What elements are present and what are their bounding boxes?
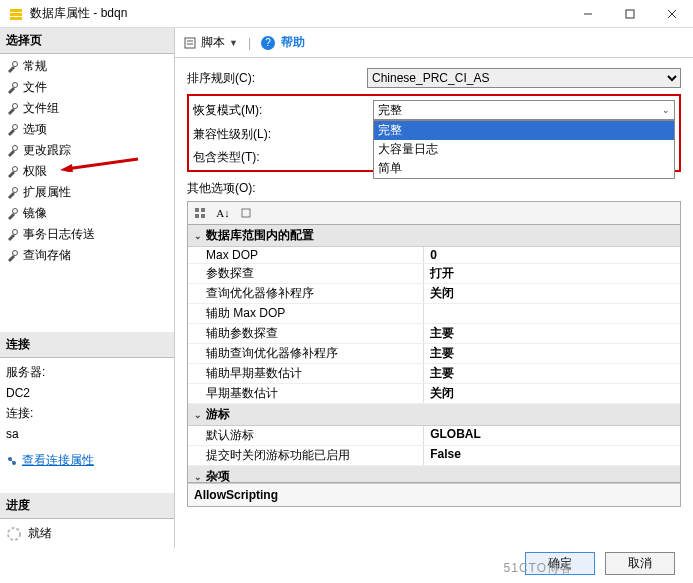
collapse-icon[interactable]: ⌄ bbox=[194, 410, 202, 420]
property-pages-button[interactable] bbox=[236, 204, 256, 222]
sidebar-item-label: 权限 bbox=[23, 163, 47, 180]
sidebar-title-progress: 进度 bbox=[0, 493, 174, 519]
svg-rect-1 bbox=[10, 13, 22, 16]
svg-rect-4 bbox=[626, 10, 634, 18]
recovery-selected: 完整 bbox=[378, 102, 402, 119]
svg-rect-30 bbox=[242, 209, 250, 217]
wrench-icon bbox=[6, 166, 18, 178]
property-row[interactable]: 查询优化器修补程序关闭 bbox=[188, 284, 680, 304]
collapse-icon[interactable]: ⌄ bbox=[194, 231, 202, 241]
sidebar-item[interactable]: 镜像 bbox=[0, 203, 174, 224]
wrench-icon bbox=[6, 103, 18, 115]
property-row[interactable]: 早期基数估计关闭 bbox=[188, 384, 680, 404]
property-key: 查询优化器修补程序 bbox=[188, 284, 424, 303]
progress-status: 就绪 bbox=[0, 519, 174, 548]
sidebar-item-label: 镜像 bbox=[23, 205, 47, 222]
connection-label: 连接: bbox=[6, 403, 168, 423]
sidebar-item[interactable]: 文件组 bbox=[0, 98, 174, 119]
prop-category: ⌄数据库范围内的配置 bbox=[188, 225, 680, 247]
script-button[interactable]: 脚本 bbox=[201, 34, 225, 51]
svg-rect-23 bbox=[185, 38, 195, 48]
minimize-button[interactable] bbox=[567, 1, 609, 27]
property-value: 主要 bbox=[424, 364, 680, 383]
property-key: 辅助参数探查 bbox=[188, 324, 424, 343]
app-icon bbox=[8, 6, 24, 22]
window-title: 数据库属性 - bdqn bbox=[30, 5, 567, 22]
script-dropdown-icon[interactable]: ▼ bbox=[229, 38, 238, 48]
collapse-icon[interactable]: ⌄ bbox=[194, 472, 202, 482]
sidebar-item[interactable]: 更改跟踪 bbox=[0, 140, 174, 161]
help-button[interactable]: 帮助 bbox=[281, 34, 305, 51]
property-key: Max DOP bbox=[188, 247, 424, 263]
wrench-icon bbox=[6, 208, 18, 220]
server-label: 服务器: bbox=[6, 362, 168, 382]
sidebar-title-connection: 连接 bbox=[0, 332, 174, 358]
svg-point-16 bbox=[13, 208, 18, 213]
prop-category: ⌄杂项 bbox=[188, 466, 680, 483]
property-value: 打开 bbox=[424, 264, 680, 283]
sidebar-item[interactable]: 查询存储 bbox=[0, 245, 174, 266]
script-icon bbox=[183, 36, 197, 50]
sidebar-item-label: 文件组 bbox=[23, 100, 59, 117]
wrench-icon bbox=[6, 250, 18, 262]
view-connection-label: 查看连接属性 bbox=[22, 452, 94, 469]
sidebar-item[interactable]: 选项 bbox=[0, 119, 174, 140]
svg-point-22 bbox=[8, 528, 20, 540]
sidebar-item-label: 扩展属性 bbox=[23, 184, 71, 201]
property-row[interactable]: 辅助早期基数估计主要 bbox=[188, 364, 680, 384]
sidebar-item[interactable]: 扩展属性 bbox=[0, 182, 174, 203]
sidebar-item[interactable]: 文件 bbox=[0, 77, 174, 98]
property-grid[interactable]: ⌄数据库范围内的配置 Max DOP0参数探查打开查询优化器修补程序关闭辅助 M… bbox=[187, 225, 681, 483]
connection-icon bbox=[6, 455, 18, 467]
cancel-button[interactable]: 取消 bbox=[605, 552, 675, 575]
sidebar-item-label: 文件 bbox=[23, 79, 47, 96]
recovery-label: 恢复模式(M): bbox=[193, 102, 373, 119]
recovery-option[interactable]: 大容量日志 bbox=[374, 140, 674, 159]
include-label: 包含类型(T): bbox=[193, 149, 373, 166]
sidebar-item[interactable]: 常规 bbox=[0, 56, 174, 77]
property-row[interactable]: 辅助 Max DOP bbox=[188, 304, 680, 324]
svg-rect-2 bbox=[10, 17, 22, 20]
collation-label: 排序规则(C): bbox=[187, 70, 367, 87]
sidebar-item-label: 事务日志传送 bbox=[23, 226, 95, 243]
recovery-option[interactable]: 简单 bbox=[374, 159, 674, 178]
property-key: 辅助查询优化器修补程序 bbox=[188, 344, 424, 363]
property-key: 默认游标 bbox=[188, 426, 424, 445]
view-connection-link[interactable]: 查看连接属性 bbox=[0, 448, 174, 473]
collation-select[interactable]: Chinese_PRC_CI_AS bbox=[367, 68, 681, 88]
svg-point-10 bbox=[13, 82, 18, 87]
compat-label: 兼容性级别(L): bbox=[193, 126, 373, 143]
recovery-select[interactable]: 完整⌄ 完整 大容量日志 简单 bbox=[373, 100, 675, 120]
maximize-button[interactable] bbox=[609, 1, 651, 27]
sidebar-item[interactable]: 权限 bbox=[0, 161, 174, 182]
svg-point-12 bbox=[13, 124, 18, 129]
recovery-option[interactable]: 完整 bbox=[374, 121, 674, 140]
recovery-options-list: 完整 大容量日志 简单 bbox=[373, 120, 675, 179]
svg-rect-26 bbox=[195, 208, 199, 212]
sidebar-item[interactable]: 事务日志传送 bbox=[0, 224, 174, 245]
property-row[interactable]: 提交时关闭游标功能已启用False bbox=[188, 446, 680, 466]
property-row[interactable]: Max DOP0 bbox=[188, 247, 680, 264]
highlighted-section: 恢复模式(M): 完整⌄ 完整 大容量日志 简单 兼容性级别(L): 包含类型(… bbox=[187, 94, 681, 172]
connection-info: 服务器: DC2 连接: sa bbox=[0, 358, 174, 448]
property-row[interactable]: 辅助查询优化器修补程序主要 bbox=[188, 344, 680, 364]
svg-rect-28 bbox=[195, 214, 199, 218]
property-row[interactable]: 默认游标GLOBAL bbox=[188, 426, 680, 446]
sort-button[interactable]: A↓ bbox=[213, 204, 233, 222]
property-row[interactable]: 参数探查打开 bbox=[188, 264, 680, 284]
svg-point-18 bbox=[13, 250, 18, 255]
property-value: GLOBAL bbox=[424, 426, 680, 445]
svg-point-13 bbox=[13, 145, 18, 150]
window-titlebar: 数据库属性 - bdqn bbox=[0, 0, 693, 28]
property-value: 主要 bbox=[424, 324, 680, 343]
close-button[interactable] bbox=[651, 1, 693, 27]
property-value: False bbox=[424, 446, 680, 465]
categorized-button[interactable] bbox=[190, 204, 210, 222]
wrench-icon bbox=[6, 82, 18, 94]
property-row[interactable]: 辅助参数探查主要 bbox=[188, 324, 680, 344]
wrench-icon bbox=[6, 145, 18, 157]
prop-category: ⌄游标 bbox=[188, 404, 680, 426]
other-options-label: 其他选项(O): bbox=[187, 180, 681, 197]
property-value: 主要 bbox=[424, 344, 680, 363]
svg-point-11 bbox=[13, 103, 18, 108]
